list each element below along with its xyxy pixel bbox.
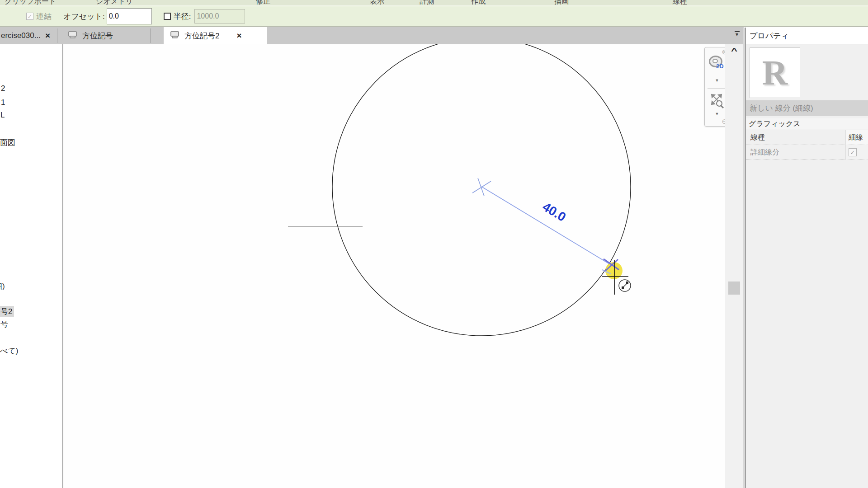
param-value-cell[interactable]: 細線 bbox=[845, 130, 868, 145]
tab-exercise030[interactable]: ercise030... × bbox=[0, 27, 57, 44]
properties-panel: プロパティ R 新しい 線分 (細線) グラフィックス 線種 細線 詳細線分 ✓ bbox=[746, 28, 868, 488]
radius-checkbox[interactable] bbox=[164, 13, 171, 20]
navbar-separator bbox=[708, 88, 726, 89]
browser-item[interactable]: L bbox=[0, 111, 5, 120]
tab-separator bbox=[150, 28, 151, 43]
offset-input[interactable] bbox=[107, 8, 152, 24]
graphics-section-header[interactable]: グラフィックス bbox=[746, 118, 868, 130]
browser-item[interactable]: 2 bbox=[1, 84, 5, 93]
check-icon: ✓ bbox=[850, 149, 855, 156]
ribbon-panel-view: 表示 bbox=[370, 0, 384, 6]
type-selector-thumbnail[interactable]: R bbox=[750, 47, 800, 98]
browser-item[interactable]: 面図 bbox=[0, 137, 15, 148]
ribbon-panel-clipboard: クリップボード bbox=[5, 0, 56, 6]
canvas-vertical-scrollbar[interactable]: ^ bbox=[725, 44, 743, 488]
tab-houi-kigou2-active[interactable]: 方位記号2 × bbox=[164, 27, 267, 44]
detail-line-checkbox: ✓ bbox=[849, 148, 857, 156]
section-label: グラフィックス bbox=[749, 119, 801, 129]
param-value: 細線 bbox=[846, 133, 863, 142]
view-tab-bar: ercise030... × 方位記号 方位記号2 × ▾ bbox=[0, 27, 744, 44]
detail-line-row: 詳細線分 ✓ bbox=[746, 145, 868, 160]
tab-label: ercise030... bbox=[1, 31, 41, 40]
drawing-canvas[interactable]: 40.0 bbox=[63, 44, 725, 488]
radius-label: 半径: bbox=[174, 11, 191, 22]
browser-item[interactable]: 細) bbox=[0, 281, 5, 291]
sheet-icon bbox=[68, 31, 78, 41]
tab-houi-kigou[interactable]: 方位記号 bbox=[62, 27, 150, 44]
ribbon-panel-linestyle: 線種 bbox=[673, 0, 687, 6]
browser-item[interactable]: 1 bbox=[1, 98, 5, 107]
properties-title: プロパティ bbox=[750, 31, 789, 41]
type-name-bar[interactable]: 新しい 線分 (細線) bbox=[746, 100, 868, 116]
param-label: 詳細線分 bbox=[746, 148, 779, 157]
revit-logo: R bbox=[762, 52, 788, 93]
browser-item[interactable]: 号 bbox=[0, 319, 8, 329]
tab-label: 方位記号2 bbox=[184, 31, 219, 41]
sheet-icon bbox=[170, 31, 180, 41]
ribbon-panel-create: 作成 bbox=[471, 0, 486, 6]
offset-label: オフセット: bbox=[63, 11, 105, 22]
ribbon-panel-geometry: ジオメトリ bbox=[96, 0, 133, 6]
chain-label: 連結 bbox=[36, 11, 52, 22]
tab-label: 方位記号 bbox=[82, 31, 113, 41]
tab-separator bbox=[57, 28, 57, 43]
project-browser-panel: 2 1 L 面図 細) 号2 号 べて) bbox=[0, 44, 62, 488]
ribbon-panel-modify: 修正 bbox=[256, 0, 270, 6]
steering-wheel-icon[interactable]: 2D bbox=[709, 56, 723, 68]
canvas-graphics: 40.0 bbox=[63, 44, 725, 488]
chain-checkbox[interactable]: ✓ bbox=[26, 13, 33, 20]
close-icon[interactable]: × bbox=[236, 31, 241, 41]
options-bar: ✓ 連結 オフセット: 半径: bbox=[0, 6, 868, 27]
radius-input bbox=[194, 9, 245, 23]
circle-tool-badge-icon bbox=[619, 280, 631, 291]
close-icon[interactable]: × bbox=[45, 31, 50, 41]
ribbon-panel-labels-strip: クリップボード ジオメトリ 修正 表示 計測 作成 描画 線種 bbox=[0, 0, 868, 6]
temp-dimension-text[interactable]: 40.0 bbox=[540, 200, 569, 225]
param-label: 線種 bbox=[746, 133, 765, 142]
line-style-row: 線種 細線 bbox=[746, 130, 868, 145]
caret-small-icon: ▾ bbox=[736, 31, 738, 38]
browser-item[interactable]: べて) bbox=[0, 346, 18, 356]
type-name-label: 新しい 線分 (細線) bbox=[750, 103, 813, 113]
param-value-cell: ✓ bbox=[845, 145, 868, 160]
properties-header: プロパティ bbox=[746, 28, 868, 44]
browser-item-selected[interactable]: 号2 bbox=[0, 306, 14, 317]
circle-sketch bbox=[332, 44, 631, 336]
wheel-2d-badge: 2D bbox=[716, 63, 724, 70]
check-icon: ✓ bbox=[28, 13, 33, 20]
ribbon-panel-draw: 描画 bbox=[554, 0, 569, 6]
tab-list-dropdown[interactable]: ▾ bbox=[733, 31, 741, 37]
pan-zoom-icon[interactable] bbox=[710, 93, 724, 111]
ribbon-panel-measure: 計測 bbox=[420, 0, 434, 6]
scrollbar-thumb[interactable] bbox=[728, 282, 740, 295]
radius-preview-line bbox=[481, 187, 611, 265]
